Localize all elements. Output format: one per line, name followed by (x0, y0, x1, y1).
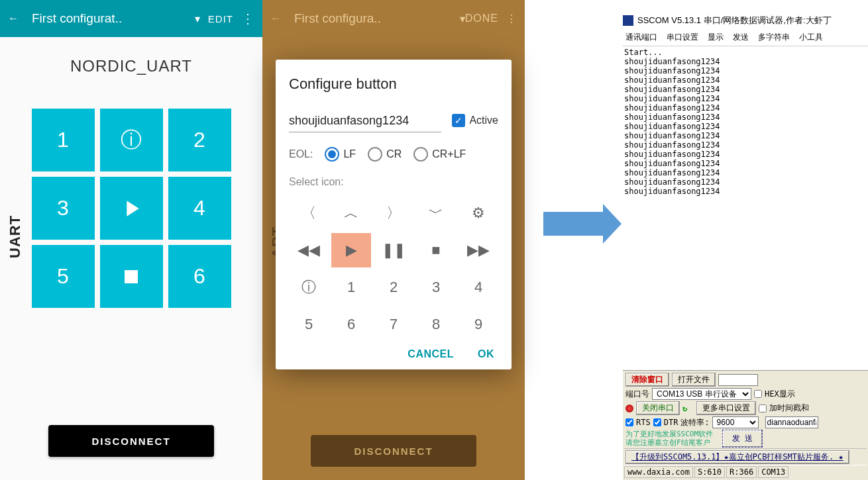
macro-button-info[interactable]: ⓘ (100, 109, 163, 171)
icon-opt-up[interactable]: ︿ (331, 196, 371, 230)
icon-opt-play[interactable]: ▶ (331, 233, 371, 267)
done-button: DONE (465, 13, 498, 24)
macro-button-2[interactable]: 2 (168, 109, 231, 171)
status-sent: S:610 (694, 466, 725, 478)
dtr-checkbox[interactable] (653, 418, 661, 426)
select-icon-label: Select icon: (289, 176, 498, 188)
macro-button-4[interactable]: 4 (168, 177, 231, 240)
icon-opt-5[interactable]: 5 (289, 307, 329, 342)
timestamp-checkbox[interactable] (759, 405, 767, 412)
app-icon (623, 15, 633, 26)
menu-display[interactable]: 显示 (708, 32, 724, 43)
icon-opt-pause[interactable]: ❚❚ (374, 233, 413, 267)
dropdown-icon[interactable]: ▾ (195, 13, 200, 25)
receive-log[interactable]: Start... shoujiduanfasong1234 shoujiduan… (623, 46, 868, 338)
appbar-dim: ← First configura.. ▾ DONE ⋮ (262, 0, 525, 37)
flow-arrow-icon (543, 212, 603, 236)
menu-port[interactable]: 通讯端口 (625, 32, 657, 43)
icon-opt-gear[interactable]: ⚙ (459, 196, 498, 230)
baud-select[interactable]: 9600 (712, 416, 759, 428)
control-panel: 清除窗口 打开文件 端口号 COM13 USB 串行设备 HEX显示 关闭串口 … (623, 370, 868, 480)
file-path-input[interactable] (718, 374, 758, 386)
macro-button-stop[interactable] (100, 245, 163, 308)
macro-button-grid: 1 ⓘ 2 3 4 5 6 (0, 109, 262, 308)
config-dropdown-dim: First configura.. (294, 11, 460, 26)
port-label: 端口号 (625, 389, 649, 400)
status-bar: www.daxia.com S:610 R:366 COM13 (624, 465, 867, 479)
icon-opt-down[interactable]: ﹀ (416, 196, 456, 230)
overflow-menu-icon[interactable]: ⋮ (241, 11, 254, 26)
hex-display-label: HEX显示 (765, 389, 795, 400)
icon-opt-left[interactable]: 〈 (289, 196, 329, 230)
port-status-icon (625, 405, 633, 412)
back-icon[interactable]: ← (8, 13, 19, 24)
status-url: www.daxia.com (624, 466, 693, 478)
command-text-input[interactable]: shoujiduanfasong1234 (289, 111, 441, 132)
ok-button[interactable]: OK (478, 348, 494, 360)
dialog-title: Configure button (289, 75, 498, 93)
hex-display-checkbox[interactable] (754, 390, 762, 398)
status-port: COM13 (758, 466, 788, 478)
more-settings-button[interactable]: 更多串口设置 (696, 401, 756, 415)
icon-opt-right[interactable]: 〉 (374, 196, 413, 230)
dtr-label: DTR (664, 418, 678, 427)
active-label: Active (469, 115, 498, 126)
configure-button-dialog: Configure button shoujiduanfasong1234 ✓ … (276, 60, 512, 369)
refresh-icon[interactable]: ↻ (682, 404, 687, 413)
close-port-button[interactable]: 关闭串口 (636, 401, 680, 415)
phone-panel-middle: ← First configura.. ▾ DONE ⋮ ART DISCONN… (262, 0, 525, 480)
eol-label: EOL: (289, 148, 313, 160)
rts-checkbox[interactable] (625, 418, 633, 426)
baud-label: 波特率: (680, 417, 709, 428)
eol-radio-crlf[interactable]: CR+LF (413, 147, 466, 162)
macro-button-5[interactable]: 5 (32, 245, 95, 308)
clear-window-button[interactable]: 清除窗口 (625, 373, 669, 387)
open-file-button[interactable]: 打开文件 (672, 373, 716, 387)
icon-opt-4[interactable]: 4 (459, 270, 498, 305)
send-text-input[interactable] (765, 416, 818, 428)
rts-label: RTS (636, 418, 651, 427)
tip-line-1: 为了更好地发展SSCOM软件 (625, 430, 713, 438)
port-select[interactable]: COM13 USB 串行设备 (652, 388, 751, 400)
icon-opt-1[interactable]: 1 (331, 270, 371, 305)
tip-line-2: 请您注册嘉立创F结尾客户 (625, 438, 713, 447)
timestamp-label: 加时间戳和 (769, 403, 809, 414)
side-label-uart: UART (7, 215, 24, 258)
icon-opt-8[interactable]: 8 (416, 307, 456, 342)
icon-opt-3[interactable]: 3 (416, 270, 456, 305)
dropdown-icon: ▾ (460, 13, 465, 25)
window-title: SSCOM V5.13.1 串口/网络数据调试器,作者:大虾丁 (637, 15, 832, 26)
menu-settings[interactable]: 串口设置 (667, 32, 698, 43)
eol-radio-cr[interactable]: CR (368, 147, 402, 162)
icon-opt-7[interactable]: 7 (374, 307, 413, 342)
icon-opt-2[interactable]: 2 (374, 270, 413, 305)
macro-button-3[interactable]: 3 (32, 177, 95, 240)
menu-multistring[interactable]: 多字符串 (758, 32, 790, 43)
icon-opt-info[interactable]: ⓘ (289, 270, 329, 305)
upgrade-link[interactable]: 【升级到SSCOM5.13.1】★嘉立创PCB打样SMT贴片服务. ★ (625, 450, 849, 464)
send-button[interactable]: 发 送 (722, 430, 763, 448)
macro-button-6[interactable]: 6 (168, 245, 231, 308)
edit-button[interactable]: EDIT (208, 13, 233, 24)
icon-opt-9[interactable]: 9 (459, 307, 498, 342)
overflow-menu-icon: ⋮ (506, 13, 517, 25)
icon-opt-forward[interactable]: ▶▶ (459, 233, 498, 267)
status-recv: R:366 (726, 466, 757, 478)
sscom-window: SSCOM V5.13.1 串口/网络数据调试器,作者:大虾丁 通讯端口 串口设… (623, 13, 868, 480)
disconnect-button[interactable]: DISCONNECT (48, 425, 214, 457)
appbar: ← First configurat.. ▾ EDIT ⋮ (0, 0, 262, 37)
menu-send[interactable]: 发送 (733, 32, 749, 43)
eol-radio-lf[interactable]: LF (325, 147, 356, 162)
active-checkbox[interactable]: ✓ (452, 114, 465, 127)
config-dropdown[interactable]: First configurat.. (32, 11, 187, 26)
device-title: NORDIC_UART (0, 37, 262, 109)
macro-button-1[interactable]: 1 (32, 109, 95, 171)
icon-opt-rewind[interactable]: ◀◀ (289, 233, 329, 267)
back-icon: ← (270, 13, 281, 24)
icon-opt-6[interactable]: 6 (331, 307, 371, 342)
cancel-button[interactable]: CANCEL (407, 348, 454, 360)
icon-opt-stop[interactable]: ■ (416, 233, 456, 267)
macro-button-play[interactable] (100, 177, 163, 240)
window-titlebar: SSCOM V5.13.1 串口/网络数据调试器,作者:大虾丁 (623, 13, 868, 29)
menu-tools[interactable]: 小工具 (799, 32, 823, 43)
